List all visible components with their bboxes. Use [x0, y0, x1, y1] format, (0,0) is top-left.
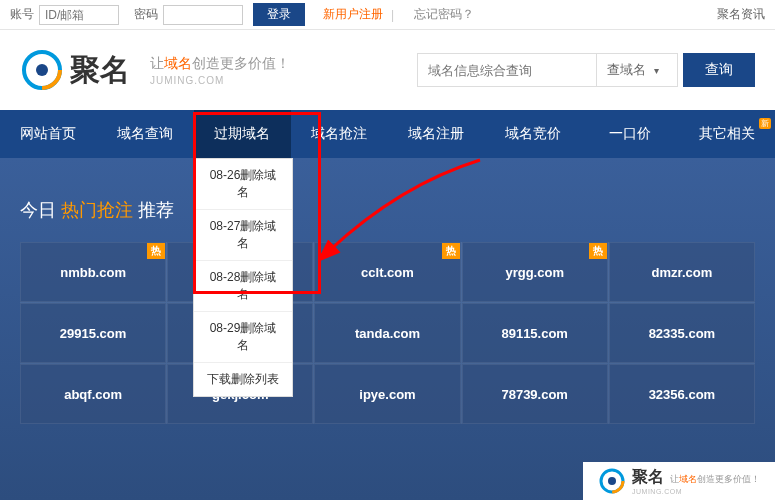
- search-area: 查域名 查询: [417, 53, 755, 87]
- brand-name: 聚名: [70, 50, 130, 91]
- search-button[interactable]: 查询: [683, 53, 755, 87]
- account-input[interactable]: [39, 5, 119, 25]
- logo[interactable]: 聚名: [20, 48, 130, 92]
- header: 聚名 让域名创造更多价值！ JUMING.COM 查域名 查询: [0, 30, 775, 110]
- dropdown-item[interactable]: 08-26删除域名: [194, 159, 292, 210]
- register-link[interactable]: 新用户注册: [323, 6, 383, 23]
- account-label: 账号: [10, 6, 34, 23]
- main-nav: 网站首页 域名查询 过期域名 域名抢注 域名注册 域名竞价 一口价 其它相关新 …: [0, 110, 775, 158]
- nav-register[interactable]: 域名注册: [388, 110, 485, 158]
- domain-cell[interactable]: nmbb.com热: [20, 242, 166, 302]
- search-type-select[interactable]: 查域名: [597, 53, 678, 87]
- domain-cell[interactable]: cclt.com热: [314, 242, 460, 302]
- domain-cell[interactable]: abqf.com: [20, 364, 166, 424]
- svg-point-2: [36, 64, 48, 76]
- domain-cell[interactable]: 78739.com: [462, 364, 608, 424]
- divider: |: [391, 8, 394, 22]
- dropdown-item[interactable]: 08-28删除域名: [194, 261, 292, 312]
- domain-cell[interactable]: tanda.com: [314, 303, 460, 363]
- nav-other[interactable]: 其它相关新: [678, 110, 775, 158]
- footer-watermark: 聚名 让域名创造更多价值！ JUMING.COM: [583, 462, 775, 500]
- hot-tag: 热: [147, 243, 165, 259]
- domain-cell[interactable]: 32356.com: [609, 364, 755, 424]
- dropdown-item[interactable]: 08-29删除域名: [194, 312, 292, 363]
- domain-cell[interactable]: 29915.com: [20, 303, 166, 363]
- nav-expired[interactable]: 过期域名: [194, 110, 291, 158]
- forgot-password-link[interactable]: 忘记密码？: [414, 6, 474, 23]
- nav-fixedprice[interactable]: 一口价: [581, 110, 678, 158]
- nav-home[interactable]: 网站首页: [0, 110, 97, 158]
- top-bar: 账号 密码 登录 新用户注册 | 忘记密码？ 聚名资讯: [0, 0, 775, 30]
- slogan-highlight: 域名: [164, 55, 192, 71]
- slogan-sub: JUMING.COM: [150, 75, 290, 86]
- nav-grab[interactable]: 域名抢注: [291, 110, 388, 158]
- footer-logo-icon: [598, 467, 626, 495]
- domain-cell[interactable]: 82335.com: [609, 303, 755, 363]
- svg-point-5: [608, 477, 616, 485]
- news-link[interactable]: 聚名资讯: [717, 6, 765, 23]
- hot-tag: 热: [442, 243, 460, 259]
- domain-grid: nmbb.com热cclt.com热yrgg.com热dmzr.com29915…: [20, 242, 755, 424]
- dropdown-item[interactable]: 08-27删除域名: [194, 210, 292, 261]
- footer-slogan: 让域名创造更多价值！: [670, 473, 760, 486]
- domain-cell[interactable]: yrgg.com热: [462, 242, 608, 302]
- content-area: 今日 热门抢注 推荐 nmbb.com热cclt.com热yrgg.com热dm…: [0, 158, 775, 500]
- footer-sub: JUMING.COM: [632, 488, 760, 495]
- footer-brand: 聚名: [632, 467, 664, 488]
- slogan-suffix: 创造更多价值！: [192, 55, 290, 71]
- section-title: 今日 热门抢注 推荐: [20, 198, 755, 222]
- domain-cell[interactable]: 89115.com: [462, 303, 608, 363]
- dropdown-item[interactable]: 下载删除列表: [194, 363, 292, 396]
- slogan: 让域名创造更多价值！ JUMING.COM: [150, 55, 290, 86]
- nav-auction[interactable]: 域名竞价: [484, 110, 581, 158]
- hot-tag: 热: [589, 243, 607, 259]
- search-input[interactable]: [417, 53, 597, 87]
- new-badge: 新: [759, 118, 771, 129]
- expired-dropdown: 08-26删除域名 08-27删除域名 08-28删除域名 08-29删除域名 …: [193, 158, 293, 397]
- domain-cell[interactable]: dmzr.com: [609, 242, 755, 302]
- nav-query[interactable]: 域名查询: [97, 110, 194, 158]
- logo-icon: [20, 48, 64, 92]
- password-input[interactable]: [163, 5, 243, 25]
- domain-cell[interactable]: ipye.com: [314, 364, 460, 424]
- password-label: 密码: [134, 6, 158, 23]
- login-button[interactable]: 登录: [253, 3, 305, 26]
- slogan-prefix: 让: [150, 55, 164, 71]
